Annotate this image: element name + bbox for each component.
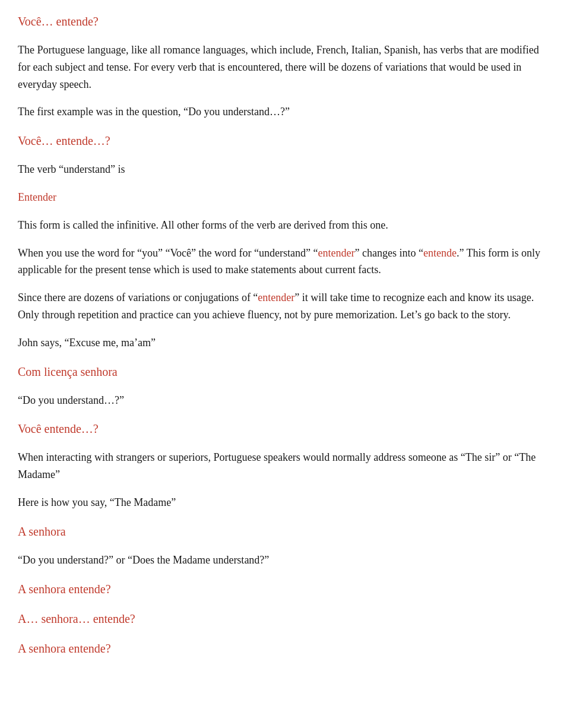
paragraph-do-you-understand: “Do you understand…?” bbox=[18, 392, 552, 409]
paragraph-strangers-superiors: When interacting with strangers or super… bbox=[18, 449, 552, 483]
paragraph-infinitive: This form is called the infinitive. All … bbox=[18, 217, 552, 234]
paragraph-verb-understand: The verb “understand” is bbox=[18, 161, 552, 178]
heading-a-senhora-entende-2: A… senhora… entende? bbox=[18, 609, 552, 628]
heading-a-senhora-entende-3: A senhora entende? bbox=[18, 639, 552, 658]
paragraph-do-you-or-does: “Do you understand?” or “Does the Madame… bbox=[18, 552, 552, 569]
heading-a-senhora-entende-1: A senhora entende? bbox=[18, 580, 552, 599]
heading-a-senhora: A senhora bbox=[18, 522, 552, 541]
paragraph-john-says: John says, “Excuse me, ma’am” bbox=[18, 334, 552, 352]
paragraph-portuguese-intro: The Portuguese language, like all romanc… bbox=[18, 42, 552, 93]
paragraph-first-example: The first example was in the question, “… bbox=[18, 103, 552, 121]
page-content: Você… entende? The Portuguese language, … bbox=[18, 12, 552, 658]
heading-com-licenca: Com licença senhora bbox=[18, 362, 552, 381]
heading-voce-entende-2: Você… entende…? bbox=[18, 131, 552, 150]
heading-voce-entende-1: Você… entende? bbox=[18, 12, 552, 31]
entender-label-block: Entender bbox=[18, 189, 552, 206]
heading-voce-entende-3: Você entende…? bbox=[18, 419, 552, 438]
paragraph-here-is-how: Here is how you say, “The Madame” bbox=[18, 494, 552, 511]
paragraph-voce-entende-changes: When you use the word for “you” “Você” t… bbox=[18, 245, 552, 279]
paragraph-dozens-conjugations: Since there are dozens of variations or … bbox=[18, 289, 552, 324]
